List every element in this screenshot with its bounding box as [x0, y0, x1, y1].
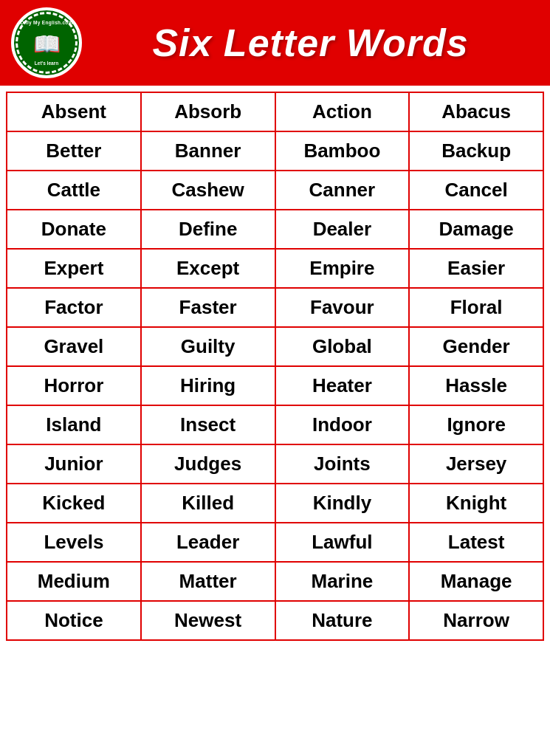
word-cell: Indoor — [275, 405, 410, 444]
word-cell: Horror — [7, 366, 141, 405]
word-cell: Hassle — [409, 366, 543, 405]
word-cell: Donate — [7, 210, 141, 249]
word-cell: Cattle — [7, 171, 141, 210]
word-cell: Junior — [7, 444, 141, 484]
logo-bottom-text: Let's learn — [35, 61, 58, 66]
word-cell: Killed — [141, 484, 275, 523]
word-cell: Heater — [275, 366, 410, 405]
word-cell: Lawful — [275, 523, 410, 562]
word-cell: Ignore — [409, 405, 543, 444]
word-cell: Canner — [275, 171, 410, 210]
word-cell: Factor — [7, 288, 141, 327]
word-cell: Hiring — [141, 366, 275, 405]
word-cell: Abacus — [409, 92, 543, 131]
page-title: Six Letter Words — [82, 21, 539, 65]
word-cell: Notice — [7, 601, 141, 640]
word-cell: Marine — [275, 562, 410, 601]
word-cell: Leader — [141, 523, 275, 562]
word-cell: Banner — [141, 131, 275, 171]
word-cell: Island — [7, 405, 141, 444]
table-row: MediumMatterMarineManage — [7, 562, 543, 601]
word-cell: Absent — [7, 92, 141, 131]
table-row: LevelsLeaderLawfulLatest — [7, 523, 543, 562]
word-cell: Levels — [7, 523, 141, 562]
word-cell: Matter — [141, 562, 275, 601]
word-cell: Insect — [141, 405, 275, 444]
word-cell: Bamboo — [275, 131, 410, 171]
table-row: IslandInsectIndoorIgnore — [7, 405, 543, 444]
word-cell: Newest — [141, 601, 275, 640]
word-cell: Medium — [7, 562, 141, 601]
table-row: NoticeNewestNatureNarrow — [7, 601, 543, 640]
word-cell: Manage — [409, 562, 543, 601]
word-cell: Narrow — [409, 601, 543, 640]
word-cell: Cashew — [141, 171, 275, 210]
table-row: HorrorHiringHeaterHassle — [7, 366, 543, 405]
word-cell: Jersey — [409, 444, 543, 484]
word-cell: Faster — [141, 288, 275, 327]
word-cell: Define — [141, 210, 275, 249]
word-cell: Kicked — [7, 484, 141, 523]
page-header: Only My English.com 📖 Let's learn Six Le… — [0, 0, 550, 86]
word-cell: Damage — [409, 210, 543, 249]
word-cell: Nature — [275, 601, 410, 640]
book-icon: 📖 — [33, 31, 61, 57]
logo-top-text: Only My English.com — [20, 20, 72, 26]
word-cell: Floral — [409, 288, 543, 327]
word-cell: Gender — [409, 327, 543, 366]
word-cell: Empire — [275, 249, 410, 288]
word-cell: Easier — [409, 249, 543, 288]
word-cell: Kindly — [275, 484, 410, 523]
word-cell: Except — [141, 249, 275, 288]
word-cell: Joints — [275, 444, 410, 484]
word-cell: Favour — [275, 288, 410, 327]
word-cell: Gravel — [7, 327, 141, 366]
word-cell: Expert — [7, 249, 141, 288]
table-row: FactorFasterFavourFloral — [7, 288, 543, 327]
word-cell: Latest — [409, 523, 543, 562]
word-cell: Judges — [141, 444, 275, 484]
table-row: GravelGuiltyGlobalGender — [7, 327, 543, 366]
word-cell: Dealer — [275, 210, 410, 249]
table-row: CattleCashewCannerCancel — [7, 171, 543, 210]
word-cell: Global — [275, 327, 410, 366]
word-cell: Absorb — [141, 92, 275, 131]
word-cell: Guilty — [141, 327, 275, 366]
word-table-container: AbsentAbsorbActionAbacusBetterBannerBamb… — [0, 86, 550, 647]
word-cell: Better — [7, 131, 141, 171]
table-row: AbsentAbsorbActionAbacus — [7, 92, 543, 131]
logo: Only My English.com 📖 Let's learn — [11, 7, 82, 78]
table-row: BetterBannerBambooBackup — [7, 131, 543, 171]
table-row: DonateDefineDealerDamage — [7, 210, 543, 249]
table-row: ExpertExceptEmpireEasier — [7, 249, 543, 288]
table-row: KickedKilledKindlyKnight — [7, 484, 543, 523]
word-cell: Cancel — [409, 171, 543, 210]
word-cell: Knight — [409, 484, 543, 523]
word-cell: Action — [275, 92, 410, 131]
word-cell: Backup — [409, 131, 543, 171]
table-row: JuniorJudgesJointsJersey — [7, 444, 543, 484]
word-table: AbsentAbsorbActionAbacusBetterBannerBamb… — [6, 92, 544, 641]
